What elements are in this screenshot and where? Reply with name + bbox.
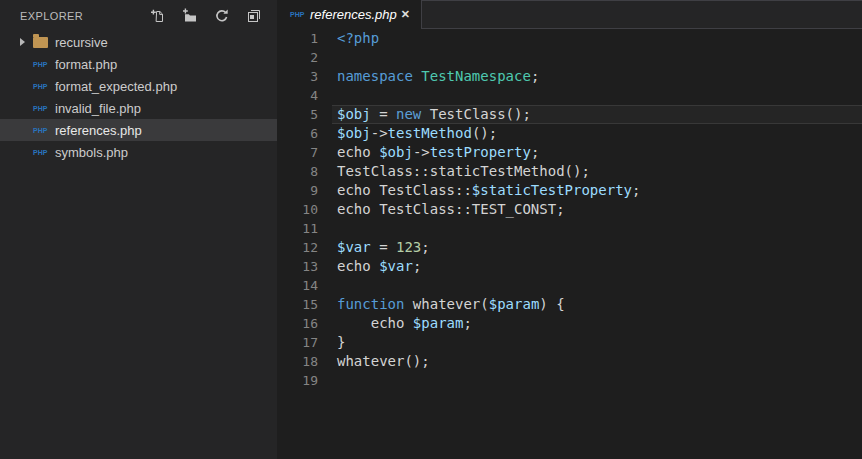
code-line-14[interactable]: 14 bbox=[277, 276, 862, 295]
code-text: function whatever($param) { bbox=[318, 295, 565, 314]
line-number: 4 bbox=[277, 86, 318, 105]
file-item-format-expected-php[interactable]: PHPformat_expected.php bbox=[0, 75, 277, 97]
code-line-10[interactable]: 10echo TestClass::TEST_CONST; bbox=[277, 200, 862, 219]
file-label: format_expected.php bbox=[55, 79, 177, 94]
code-line-13[interactable]: 13echo $var; bbox=[277, 257, 862, 276]
code-line-12[interactable]: 12$var = 123; bbox=[277, 238, 862, 257]
code-line-8[interactable]: 8TestClass::staticTestMethod(); bbox=[277, 162, 862, 181]
vscode-window: EXPLORER bbox=[0, 0, 862, 459]
line-number: 6 bbox=[277, 124, 318, 143]
line-number: 19 bbox=[277, 371, 318, 390]
close-icon[interactable]: ✕ bbox=[398, 7, 413, 22]
code-line-2[interactable]: 2 bbox=[277, 48, 862, 67]
code-text: echo $obj->testProperty; bbox=[318, 143, 539, 162]
code-text: <?php bbox=[318, 29, 379, 48]
file-label: format.php bbox=[55, 57, 117, 72]
file-list: recursivePHPformat.phpPHPformat_expected… bbox=[0, 31, 277, 459]
explorer-title: EXPLORER bbox=[20, 10, 150, 22]
chevron-right-icon bbox=[20, 38, 25, 46]
refresh-button[interactable] bbox=[214, 8, 230, 24]
php-file-icon: PHP bbox=[33, 105, 49, 112]
line-number: 15 bbox=[277, 295, 318, 314]
file-label: invalid_file.php bbox=[55, 101, 141, 116]
line-number: 7 bbox=[277, 143, 318, 162]
tab-label: references.php bbox=[310, 7, 398, 22]
chevron-slot bbox=[20, 38, 33, 46]
editor-area: PHP references.php ✕ 1<?php23namespace T… bbox=[277, 0, 862, 459]
line-number: 9 bbox=[277, 181, 318, 200]
php-file-icon: PHP bbox=[290, 11, 306, 18]
code-line-16[interactable]: 16 echo $param; bbox=[277, 314, 862, 333]
code-editor[interactable]: 1<?php23namespace TestNamespace;45$obj =… bbox=[277, 29, 862, 459]
line-number: 17 bbox=[277, 333, 318, 352]
php-file-icon: PHP bbox=[33, 149, 49, 156]
file-label: references.php bbox=[55, 123, 142, 138]
code-text: $obj = new TestClass(); bbox=[318, 105, 531, 124]
tab-bar-empty bbox=[421, 0, 862, 29]
code-text: $obj->testMethod(); bbox=[318, 124, 497, 143]
tab-references-php[interactable]: PHP references.php ✕ bbox=[277, 0, 421, 29]
line-number: 5 bbox=[277, 105, 318, 124]
explorer-sidebar: EXPLORER bbox=[0, 0, 277, 459]
code-line-18[interactable]: 18whatever(); bbox=[277, 352, 862, 371]
explorer-actions bbox=[150, 8, 262, 24]
line-number: 11 bbox=[277, 219, 318, 238]
new-file-button[interactable] bbox=[150, 8, 166, 24]
code-text: whatever(); bbox=[318, 352, 430, 371]
code-line-1[interactable]: 1<?php bbox=[277, 29, 862, 48]
folder-icon bbox=[33, 37, 48, 48]
new-folder-icon bbox=[182, 8, 198, 24]
code-line-3[interactable]: 3namespace TestNamespace; bbox=[277, 67, 862, 86]
code-line-17[interactable]: 17} bbox=[277, 333, 862, 352]
line-number: 16 bbox=[277, 314, 318, 333]
tab-bar: PHP references.php ✕ bbox=[277, 0, 862, 29]
code-text: $var = 123; bbox=[318, 238, 430, 257]
code-lines: 1<?php23namespace TestNamespace;45$obj =… bbox=[277, 29, 862, 390]
file-item-invalid-file-php[interactable]: PHPinvalid_file.php bbox=[0, 97, 277, 119]
line-number: 13 bbox=[277, 257, 318, 276]
line-number: 14 bbox=[277, 276, 318, 295]
file-item-symbols-php[interactable]: PHPsymbols.php bbox=[0, 141, 277, 163]
folder-item-recursive[interactable]: recursive bbox=[0, 31, 277, 53]
code-line-19[interactable]: 19 bbox=[277, 371, 862, 390]
code-line-5[interactable]: 5$obj = new TestClass(); bbox=[277, 105, 862, 124]
collapse-all-button[interactable] bbox=[246, 8, 262, 24]
php-file-icon: PHP bbox=[33, 127, 49, 134]
line-number: 10 bbox=[277, 200, 318, 219]
refresh-icon bbox=[214, 8, 230, 24]
code-line-11[interactable]: 11 bbox=[277, 219, 862, 238]
code-line-4[interactable]: 4 bbox=[277, 86, 862, 105]
code-line-6[interactable]: 6$obj->testMethod(); bbox=[277, 124, 862, 143]
line-number: 12 bbox=[277, 238, 318, 257]
line-number: 8 bbox=[277, 162, 318, 181]
new-folder-button[interactable] bbox=[182, 8, 198, 24]
line-number: 2 bbox=[277, 48, 318, 67]
code-text: namespace TestNamespace; bbox=[318, 67, 539, 86]
code-text: echo TestClass::TEST_CONST; bbox=[318, 200, 565, 219]
new-file-icon bbox=[150, 8, 166, 24]
code-text: } bbox=[318, 333, 345, 352]
explorer-header: EXPLORER bbox=[0, 0, 277, 31]
code-line-15[interactable]: 15function whatever($param) { bbox=[277, 295, 862, 314]
file-label: symbols.php bbox=[55, 145, 128, 160]
php-file-icon: PHP bbox=[33, 61, 49, 68]
file-item-references-php[interactable]: PHPreferences.php bbox=[0, 119, 277, 141]
code-line-9[interactable]: 9echo TestClass::$staticTestProperty; bbox=[277, 181, 862, 200]
code-text: echo $var; bbox=[318, 257, 421, 276]
collapse-all-icon bbox=[246, 8, 262, 24]
code-text: echo TestClass::$staticTestProperty; bbox=[318, 181, 640, 200]
file-label: recursive bbox=[55, 35, 108, 50]
code-text: TestClass::staticTestMethod(); bbox=[318, 162, 590, 181]
php-file-icon: PHP bbox=[33, 83, 49, 90]
file-item-format-php[interactable]: PHPformat.php bbox=[0, 53, 277, 75]
code-line-7[interactable]: 7echo $obj->testProperty; bbox=[277, 143, 862, 162]
line-number: 18 bbox=[277, 352, 318, 371]
code-text: echo $param; bbox=[318, 314, 472, 333]
line-number: 1 bbox=[277, 29, 318, 48]
line-number: 3 bbox=[277, 67, 318, 86]
